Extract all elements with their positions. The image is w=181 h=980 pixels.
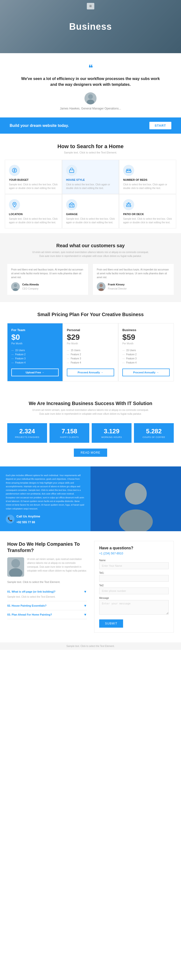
pricing-period-team: Per Month: [11, 342, 59, 345]
it-phone-row: 📞 Call Us Anytime +92 555 77 88: [6, 514, 85, 524]
svg-point-16: [119, 509, 153, 531]
feature-title-patio: PATIO OR DECK: [123, 213, 172, 216]
stat-number-1: 7.158: [52, 428, 87, 435]
pricing-feature-personal-0: 15 Users: [67, 348, 114, 352]
pricing-price-business: $59: [122, 333, 170, 342]
cta-banner: Build your dream website today. START: [0, 118, 181, 134]
feature-card-beds[interactable]: NUMBER OF BEDS Click to select the text …: [119, 160, 176, 194]
svg-point-13: [99, 284, 103, 287]
pricing-btn-team[interactable]: Upload Free →: [11, 369, 59, 376]
phone-icon: 📞: [6, 515, 14, 523]
faq-contact-grid: How Do We Help Companies To Transform? U…: [0, 531, 181, 643]
faq-question-1: 02. House Painting Essentials?: [7, 604, 46, 607]
form-group-tel1: Tel1:: [99, 571, 169, 582]
pricing-feature-personal-3: Feature 4: [67, 361, 114, 365]
budget-icon-wrap: [9, 165, 20, 176]
feature-card-garage[interactable]: GARAGE Sample text. Click to select the …: [62, 194, 119, 228]
hamburger-menu[interactable]: ≡: [87, 3, 94, 10]
stats-subtitle: Ut enim ad minim veniam, quis nostrud ex…: [30, 408, 151, 416]
testimonial-text-1: Proin sed libero erat sed faucibus turpi…: [97, 268, 170, 279]
testimonial-author-info-1: Frank Kinsey Financial Director: [108, 283, 127, 291]
faq-title: How Do We Help Companies To Transform?: [7, 541, 87, 554]
feature-card-style[interactable]: HOUSE STYLE Click to select the text box…: [62, 160, 119, 194]
testimonial-avatar-0: [11, 282, 20, 291]
pricing-card-business: Business $59 Per Month 15 Users Feature …: [118, 323, 174, 381]
svg-point-1: [87, 100, 94, 104]
feature-card-budget[interactable]: YOUR BUDGET Sample text. Click to select…: [5, 160, 62, 194]
pricing-btn-personal[interactable]: Proceed Annually →: [67, 369, 114, 376]
stat-card-2: 3.129 WORKING HOURS: [92, 423, 132, 443]
pricing-card-personal: Personal $29 Per Month 15 Users Feature …: [63, 323, 118, 381]
pricing-period-business: Per Month: [122, 342, 170, 345]
it-desc: Each plan includes different options for…: [6, 474, 85, 511]
pricing-feature-business-2: Feature 3: [122, 356, 170, 361]
svg-point-15: [125, 483, 147, 504]
faq-arrow-0: ▼: [84, 590, 87, 593]
pricing-title: Small Pricing Plan For Your Creative Bus…: [7, 312, 174, 317]
testimonial-author-row-1: Frank Kinsey Financial Director: [97, 282, 170, 291]
feature-card-location[interactable]: LOCATION Sample text. Click to select th…: [5, 194, 62, 228]
testimonial-author-info-0: Celia Almeda CEO Company: [22, 283, 39, 291]
testimonials-title: Read what our customers say: [7, 243, 174, 248]
faq-question-2: 03. Plan Ahead For Home Painting?: [7, 613, 52, 616]
quote-author: James Hawkes, General Manager Operations…: [19, 107, 162, 110]
feature-title-beds: NUMBER OF BEDS: [123, 178, 172, 181]
stat-label-2: WORKING HOURS: [94, 436, 129, 438]
pricing-grid: For Team $0 Per Month 15 Users Feature 2…: [7, 323, 174, 381]
svg-point-18: [9, 568, 22, 577]
testimonial-author-name-1: Frank Kinsey: [108, 283, 127, 287]
faq-question-row-2[interactable]: 03. Plan Ahead For Home Painting? ▼: [7, 612, 87, 617]
pricing-price-team: $0: [11, 333, 59, 342]
how-to-search-subtitle: Sample text. Click to select the Text El…: [0, 151, 181, 154]
contact-right: Have a questions? +1 (234) 567-8910 Name…: [94, 541, 174, 633]
faq-answer-0: Sample text. Click to select the Text El…: [7, 595, 87, 599]
name-input[interactable]: [99, 562, 169, 569]
message-input[interactable]: [99, 600, 169, 614]
pricing-feature-team-2: Feature 3: [11, 356, 59, 361]
tel1-input[interactable]: [99, 575, 169, 582]
faq-item-1: 02. House Painting Essentials? ▼: [7, 601, 87, 610]
stats-title: We Are Increasing Business Success With …: [7, 401, 174, 406]
stat-label-0: PROJECTS FINISHED: [10, 436, 44, 438]
testimonial-author-role-0: CEO Company: [22, 287, 39, 291]
it-image: [90, 466, 181, 531]
pricing-feature-team-0: 15 Users: [11, 348, 59, 352]
pricing-period-personal: Per Month: [67, 342, 114, 345]
feature-card-patio[interactable]: PATIO OR DECK Sample text. Click to sele…: [119, 194, 176, 228]
cta-start-button[interactable]: START: [149, 122, 171, 129]
svg-point-7: [14, 204, 15, 205]
location-icon-wrap: [9, 199, 20, 210]
form-label-name: Name: [99, 559, 169, 562]
testimonial-avatar-1: [97, 282, 105, 291]
faq-item-2: 03. Plan Ahead For Home Painting? ▼: [7, 610, 87, 619]
contact-title: Have a questions?: [99, 546, 169, 550]
pricing-feature-team-3: Feature 4: [11, 361, 59, 365]
feature-desc-beds: Click to select the text box. Click agai…: [123, 183, 172, 190]
svg-rect-9: [71, 205, 73, 207]
pricing-plan-name-business: Business: [122, 328, 170, 332]
read-more-button[interactable]: READ MORE: [74, 449, 107, 457]
tel2-input[interactable]: [99, 587, 169, 594]
pricing-price-personal: $29: [67, 333, 114, 342]
stat-label-1: HAPPY CLIENTS: [52, 436, 87, 438]
faq-question-row-1[interactable]: 02. House Painting Essentials? ▼: [7, 604, 87, 608]
faq-question-0: 01. What is off-page (or link building)?: [7, 590, 56, 593]
svg-point-12: [13, 288, 18, 291]
it-call-text: Call Us Anytime: [16, 514, 40, 518]
submit-button[interactable]: SUBMIT: [99, 619, 123, 628]
feature-desc-style: Click to select the text box. Click agai…: [66, 183, 115, 190]
stat-number-3: 5.282: [137, 428, 171, 435]
testimonial-author-role-1: Financial Director: [108, 287, 127, 291]
pricing-section: Small Pricing Plan For Your Creative Bus…: [0, 302, 181, 391]
beds-icon-wrap: [123, 165, 134, 176]
stat-number-0: 2.324: [10, 428, 44, 435]
pricing-btn-business[interactable]: Proceed Annually →: [122, 369, 170, 376]
faq-question-row-0[interactable]: 01. What is off-page (or link building)?…: [7, 590, 87, 593]
question-box: Have a questions? +1 (234) 567-8910 Name…: [94, 541, 174, 633]
pricing-feature-business-0: 15 Users: [122, 348, 170, 352]
pricing-feature-business-1: Feature 2: [122, 352, 170, 356]
pricing-feature-business-3: Feature 4: [122, 361, 170, 365]
stats-grid: 2.324 PROJECTS FINISHED 7.158 HAPPY CLIE…: [7, 423, 174, 443]
testimonials-intro: Ut enim ad minim veniam, quis nostrud ex…: [30, 250, 151, 258]
stat-card-1: 7.158 HAPPY CLIENTS: [49, 423, 89, 443]
